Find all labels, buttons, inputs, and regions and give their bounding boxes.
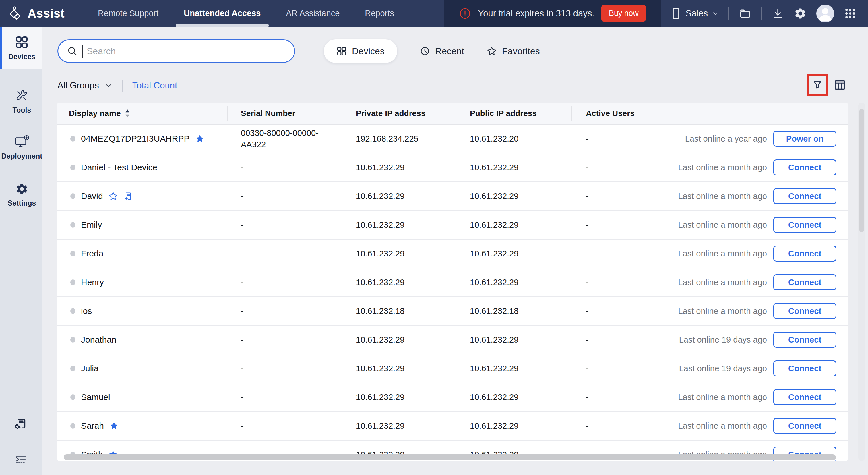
nav-tabs: Remote Support Unattended Access AR Assi… [85, 0, 407, 27]
table-row[interactable]: Henry - 10.61.232.29 10.61.232.29 - Last… [57, 268, 848, 297]
device-status-dot [70, 251, 75, 257]
sort-icon[interactable] [125, 109, 130, 118]
sidebar-item-settings[interactable]: Settings [0, 173, 42, 216]
connect-button[interactable]: Connect [773, 389, 836, 405]
table-row[interactable]: Emily - 10.61.232.29 10.61.232.29 - Last… [57, 211, 848, 239]
filter-button[interactable] [807, 75, 828, 96]
column-header-private-ip[interactable]: Private IP address [356, 109, 425, 118]
chevron-down-icon [105, 82, 112, 89]
column-divider [227, 106, 228, 121]
public-ip: 10.61.232.29 [470, 278, 518, 287]
active-users: - [586, 278, 589, 287]
device-status-dot [70, 136, 75, 142]
apps-grid-icon[interactable] [844, 7, 857, 20]
connect-button[interactable]: Connect [773, 245, 836, 262]
search-box[interactable] [57, 39, 295, 63]
table-row[interactable]: Freda - 10.61.232.29 10.61.232.29 - Last… [57, 239, 848, 268]
public-ip: 10.61.232.18 [470, 306, 518, 316]
table-row[interactable]: David - 10.61.232.29 10.61.232.29 - Last… [57, 182, 848, 211]
sidebar: Devices Tools Deployment Settings [0, 27, 42, 475]
favorite-star-outline-icon[interactable] [108, 191, 118, 201]
device-name: Jonathan [81, 335, 116, 345]
tab-ar-assistance[interactable]: AR Assistance [273, 0, 352, 27]
active-users: - [586, 306, 589, 316]
search-input[interactable] [87, 46, 286, 57]
sidebar-item-label: Settings [8, 199, 36, 207]
active-users: - [586, 191, 589, 201]
serial-number: - [241, 420, 244, 432]
connect-button[interactable]: Connect [773, 360, 836, 377]
column-header-display-name[interactable]: Display name [69, 109, 130, 118]
org-selector[interactable]: Sales [671, 7, 719, 20]
filter-funnel-icon [812, 79, 823, 91]
person-icon [816, 5, 834, 22]
last-online-text: Last online a month ago [678, 278, 767, 287]
connect-button[interactable]: Connect [773, 217, 836, 233]
favorite-star-filled-icon[interactable] [109, 421, 119, 431]
column-header-serial[interactable]: Serial Number [241, 109, 296, 118]
total-count-link[interactable]: Total Count [132, 81, 177, 91]
favorite-star-filled-icon[interactable] [195, 134, 205, 144]
active-users: - [586, 335, 589, 345]
connect-button[interactable]: Connect [773, 418, 836, 434]
private-ip: 192.168.234.225 [356, 134, 418, 144]
tab-reports[interactable]: Reports [352, 0, 407, 27]
connect-button[interactable]: Connect [773, 303, 836, 319]
feedback-note-button[interactable] [0, 417, 42, 431]
tab-remote-support[interactable]: Remote Support [85, 0, 171, 27]
gear-icon[interactable] [794, 7, 807, 20]
table-row[interactable]: Sarah - 10.61.232.29 10.61.232.29 - Last… [57, 412, 848, 441]
view-tab-devices[interactable]: Devices [324, 39, 397, 63]
tab-unattended-access[interactable]: Unattended Access [171, 0, 273, 27]
connect-button[interactable]: Connect [773, 274, 836, 290]
sidebar-item-label: Deployment [1, 152, 42, 160]
grid-icon [336, 46, 347, 56]
device-name: Emily [81, 220, 102, 230]
table-row[interactable]: 04MEZQ17DP21I3UAHRPP 00330-80000-00000-A… [57, 125, 848, 153]
groups-row: All Groups Total Count [57, 78, 177, 94]
sidebar-item-label: Tools [12, 106, 31, 114]
device-status-dot [70, 337, 75, 343]
table-row[interactable]: ios - 10.61.232.18 10.61.232.18 - Last o… [57, 297, 848, 326]
power-on-button[interactable]: Power on [773, 131, 836, 147]
clock-icon [420, 46, 430, 56]
vertical-scrollbar[interactable] [859, 109, 864, 232]
connect-button[interactable]: Connect [773, 159, 836, 175]
view-tab-recent[interactable]: Recent [420, 46, 464, 57]
column-header-public-ip[interactable]: Public IP address [470, 109, 537, 118]
table-row[interactable]: Jonathan - 10.61.232.29 10.61.232.29 - L… [57, 326, 848, 354]
buy-now-button[interactable]: Buy now [601, 5, 646, 22]
top-navigation: Assist Remote Support Unattended Access … [0, 0, 868, 27]
grid-icon [15, 35, 29, 49]
user-avatar[interactable] [816, 5, 834, 22]
table-row[interactable]: Julia - 10.61.232.29 10.61.232.29 - Last… [57, 354, 848, 383]
note-pencil-icon [14, 417, 28, 431]
app-name: Assist [28, 7, 65, 20]
last-online-text: Last online a month ago [678, 393, 767, 402]
table-row[interactable]: Daniel - Test Device - 10.61.232.29 10.6… [57, 153, 848, 182]
view-tab-favorites[interactable]: Favorites [487, 46, 540, 57]
download-icon[interactable] [772, 7, 784, 20]
group-filter-dropdown[interactable]: All Groups [57, 81, 112, 91]
serial-number: - [241, 305, 244, 317]
sidebar-item-deployment[interactable]: Deployment [0, 126, 42, 169]
device-status-dot [70, 394, 75, 400]
app-logo[interactable]: Assist [8, 6, 65, 21]
group-filter-label: All Groups [57, 81, 99, 91]
public-ip: 10.61.232.29 [470, 191, 518, 201]
column-header-active-users[interactable]: Active Users [586, 109, 634, 118]
table-row[interactable]: Samuel - 10.61.232.29 10.61.232.29 - Las… [57, 383, 848, 412]
building-icon [671, 7, 681, 20]
add-note-icon[interactable] [123, 191, 133, 201]
folder-icon[interactable] [739, 7, 751, 20]
horizontal-scrollbar[interactable] [64, 454, 836, 461]
last-online-text: Last online 19 days ago [679, 364, 767, 373]
connect-button[interactable]: Connect [773, 188, 836, 204]
connect-button[interactable]: Connect [773, 332, 836, 348]
columns-button[interactable] [833, 78, 847, 92]
device-status-dot [70, 423, 75, 429]
sidebar-item-devices[interactable]: Devices [0, 27, 42, 69]
public-ip: 10.61.232.29 [470, 421, 518, 431]
sidebar-item-tools[interactable]: Tools [0, 80, 42, 123]
collapse-sidebar-button[interactable] [0, 453, 42, 465]
